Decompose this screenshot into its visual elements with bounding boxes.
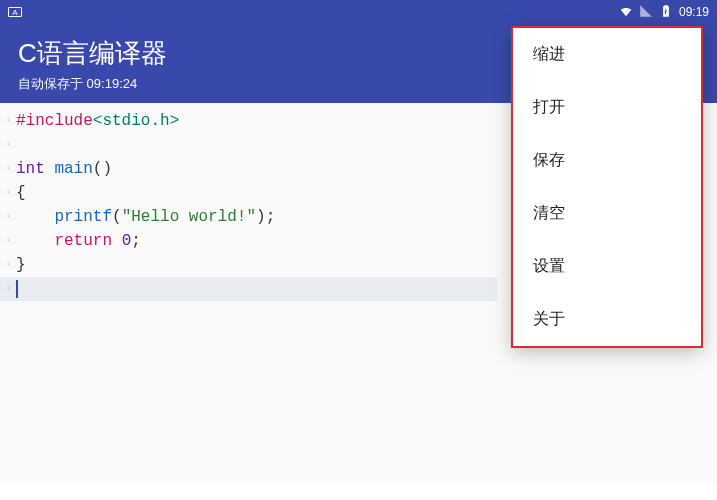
gutter: ·	[0, 133, 16, 157]
current-line-highlight	[0, 277, 497, 301]
gutter: ·	[0, 157, 16, 181]
wifi-icon	[619, 4, 633, 21]
code-text[interactable]: return 0;	[16, 229, 141, 253]
battery-icon	[659, 4, 673, 21]
menu-item-indent[interactable]: 缩进	[513, 28, 701, 81]
menu-item-clear[interactable]: 清空	[513, 187, 701, 240]
signal-icon	[639, 4, 653, 21]
gutter: ·	[0, 277, 16, 301]
code-text[interactable]: #include<stdio.h>	[16, 109, 179, 133]
gutter: ·	[0, 205, 16, 229]
menu-item-settings[interactable]: 设置	[513, 240, 701, 293]
gutter: ·	[0, 109, 16, 133]
code-text[interactable]: {	[16, 181, 26, 205]
gutter: ·	[0, 253, 16, 277]
status-time: 09:19	[679, 5, 709, 19]
cursor	[16, 280, 18, 298]
status-left: A	[8, 7, 22, 17]
overflow-menu: 缩进打开保存清空设置关于	[511, 26, 703, 348]
code-text[interactable]: int main()	[16, 157, 112, 181]
menu-item-about[interactable]: 关于	[513, 293, 701, 346]
status-right: 09:19	[619, 4, 709, 21]
gutter: ·	[0, 229, 16, 253]
gutter: ·	[0, 181, 16, 205]
status-bar: A 09:19	[0, 0, 717, 24]
menu-item-save[interactable]: 保存	[513, 134, 701, 187]
menu-item-open[interactable]: 打开	[513, 81, 701, 134]
status-badge: A	[8, 7, 22, 17]
code-text[interactable]: printf("Hello world!");	[16, 205, 275, 229]
code-text[interactable]	[16, 277, 18, 301]
code-text[interactable]: }	[16, 253, 26, 277]
